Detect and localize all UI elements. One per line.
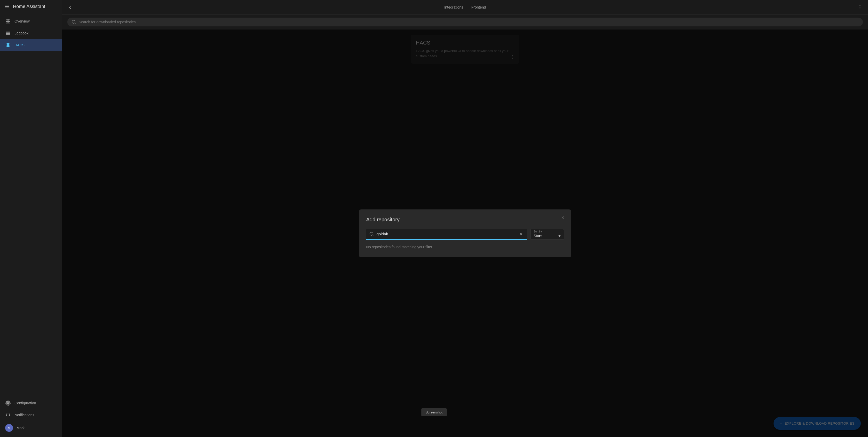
sidebar-nav: Overview Logbook HACS — [0, 13, 62, 395]
modal-search-input[interactable] — [376, 232, 516, 236]
svg-line-21 — [372, 235, 373, 236]
svg-point-14 — [860, 8, 861, 9]
sidebar-item-hacs[interactable]: HACS — [0, 39, 62, 51]
sidebar-item-logbook[interactable]: Logbook — [0, 27, 62, 39]
sidebar-overview-label: Overview — [14, 19, 30, 23]
svg-point-15 — [72, 20, 75, 23]
sidebar-notifications-label: Notifications — [14, 413, 34, 417]
svg-line-16 — [74, 23, 75, 24]
sidebar-item-overview[interactable]: Overview — [0, 15, 62, 27]
sort-select-wrapper[interactable]: Sort by Stars ▾ — [530, 229, 564, 240]
modal-search-icon — [369, 232, 374, 236]
search-bar — [67, 18, 863, 26]
user-name: Mark — [17, 426, 25, 430]
content-area: HACS HACS gives you a powerful UI to han… — [62, 30, 868, 437]
topbar-tabs: Integrations Frontend — [78, 1, 852, 14]
sidebar-configuration-label: Configuration — [14, 401, 36, 405]
topbar-more-icon[interactable] — [857, 4, 863, 10]
back-button[interactable] — [67, 4, 73, 10]
svg-rect-5 — [6, 22, 8, 23]
sidebar-bottom: Configuration Notifications M Mark — [0, 395, 62, 437]
sort-value-row: Stars ▾ — [534, 234, 561, 238]
search-icon — [71, 20, 76, 24]
modal-close-button[interactable]: × — [559, 213, 567, 222]
no-results-message: No repositories found matching your filt… — [366, 245, 564, 249]
sidebar-header: Home Assistant — [0, 0, 62, 13]
search-bar-container — [62, 14, 868, 30]
svg-point-13 — [860, 7, 861, 7]
list-icon — [5, 30, 11, 36]
modal-search-box — [366, 229, 527, 240]
sort-value: Stars — [534, 234, 542, 238]
search-input[interactable] — [79, 20, 859, 24]
grid-icon — [5, 19, 11, 24]
svg-point-11 — [7, 403, 9, 404]
tab-frontend[interactable]: Frontend — [471, 1, 486, 14]
sidebar-item-configuration[interactable]: Configuration — [0, 397, 62, 409]
sidebar-hacs-label: HACS — [14, 43, 25, 47]
sidebar: Home Assistant Overview — [0, 0, 62, 437]
modal-title: Add repository — [366, 217, 564, 223]
app-title: Home Assistant — [13, 4, 45, 9]
sidebar-user[interactable]: M Mark — [0, 421, 62, 435]
svg-rect-6 — [8, 22, 10, 23]
svg-rect-4 — [8, 20, 10, 21]
add-repository-modal: Add repository × — [359, 209, 571, 257]
svg-point-20 — [370, 232, 373, 235]
modal-search-clear-button[interactable] — [518, 231, 524, 237]
svg-rect-3 — [6, 20, 8, 21]
topbar: Integrations Frontend — [62, 0, 868, 14]
sidebar-item-notifications[interactable]: Notifications — [0, 409, 62, 421]
sort-label: Sort by — [534, 230, 561, 233]
main-content: Integrations Frontend HACS HAC — [62, 0, 868, 437]
gear-icon — [5, 400, 11, 406]
chevron-down-icon: ▾ — [558, 234, 561, 238]
menu-icon[interactable] — [4, 4, 10, 9]
hacs-icon — [5, 42, 11, 48]
tab-integrations[interactable]: Integrations — [444, 1, 463, 14]
sidebar-logbook-label: Logbook — [14, 31, 28, 35]
bell-icon — [5, 412, 11, 418]
modal-search-row: Sort by Stars ▾ — [366, 229, 564, 240]
svg-point-12 — [860, 5, 861, 6]
modal-overlay: Add repository × — [62, 30, 868, 437]
avatar: M — [5, 424, 13, 432]
